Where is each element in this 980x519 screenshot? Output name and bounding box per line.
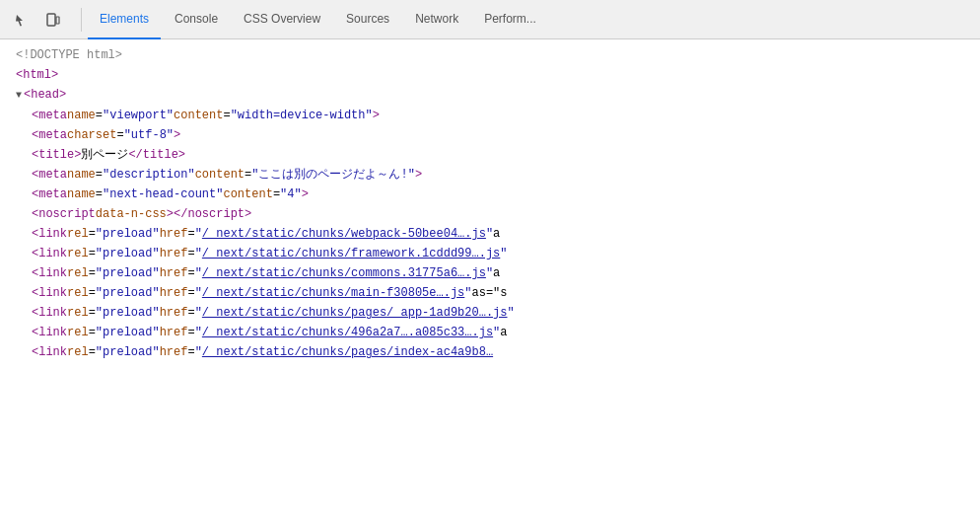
link-webpack-href[interactable]: /_next/static/chunks/webpack-50bee04….js <box>202 227 486 241</box>
code-line-head[interactable]: ▼ <head> <box>0 85 980 106</box>
select-element-button[interactable] <box>8 6 35 34</box>
tab-elements[interactable]: Elements <box>88 0 161 39</box>
devtools-toolbar: Elements Console CSS Overview Sources Ne… <box>0 0 980 39</box>
link-496-href[interactable]: /_next/static/chunks/496a2a7….a085c33….j… <box>202 326 493 339</box>
code-line-meta-charset[interactable]: <meta charset="utf-8"> <box>0 125 980 145</box>
code-line-link-framework[interactable]: <link rel="preload" href="/_next/static/… <box>0 244 980 263</box>
code-line-noscript[interactable]: <noscript data-n-css></noscript> <box>0 204 980 224</box>
triangle-head-icon: ▼ <box>16 87 22 105</box>
elements-panel: <!DOCTYPE html> <html> ▼ <head> <meta na… <box>0 39 980 519</box>
tab-sources[interactable]: Sources <box>334 0 401 39</box>
code-line-doctype: <!DOCTYPE html> <box>0 45 980 65</box>
code-line-meta-description[interactable]: <meta name="description" content="ここは別のペ… <box>0 165 980 185</box>
code-line-link-app[interactable]: <link rel="preload" href="/_next/static/… <box>0 303 980 323</box>
code-line-link-main[interactable]: <link rel="preload" href="/_next/static/… <box>0 283 980 303</box>
code-line-title[interactable]: <title> 別ページ </title> <box>0 145 980 165</box>
code-line-link-index[interactable]: <link rel="preload" href="/_next/static/… <box>0 342 980 362</box>
tab-network[interactable]: Network <box>403 0 470 39</box>
code-line-link-commons[interactable]: <link rel="preload" href="/_next/static/… <box>0 263 980 283</box>
link-main-href[interactable]: /_next/static/chunks/main-f30805e….js <box>202 286 464 300</box>
link-commons-href[interactable]: /_next/static/chunks/commons.31775a6….js <box>202 266 486 280</box>
code-line-link-webpack[interactable]: <link rel="preload" href="/_next/static/… <box>0 224 980 244</box>
link-index-href[interactable]: /_next/static/chunks/pages/index-ac4a9b8… <box>202 345 493 359</box>
link-app-href[interactable]: /_next/static/chunks/pages/_app-1ad9b20…… <box>202 306 508 320</box>
toolbar-divider <box>81 8 82 32</box>
svg-rect-0 <box>47 14 55 26</box>
tool-icons <box>8 6 67 34</box>
code-line-meta-headcount[interactable]: <meta name="next-head-count" content="4"… <box>0 185 980 204</box>
tab-performance[interactable]: Perform... <box>472 0 548 39</box>
code-line-html[interactable]: <html> <box>0 65 980 85</box>
device-toolbar-button[interactable] <box>39 6 67 34</box>
svg-rect-1 <box>56 17 59 24</box>
tab-css-overview[interactable]: CSS Overview <box>232 0 332 39</box>
link-framework-href[interactable]: /_next/static/chunks/framework.1cddd99….… <box>202 247 500 260</box>
code-line-link-496[interactable]: <link rel="preload" href="/_next/static/… <box>0 323 980 342</box>
code-line-meta-viewport[interactable]: <meta name="viewport" content="width=dev… <box>0 106 980 125</box>
tab-console[interactable]: Console <box>163 0 230 39</box>
